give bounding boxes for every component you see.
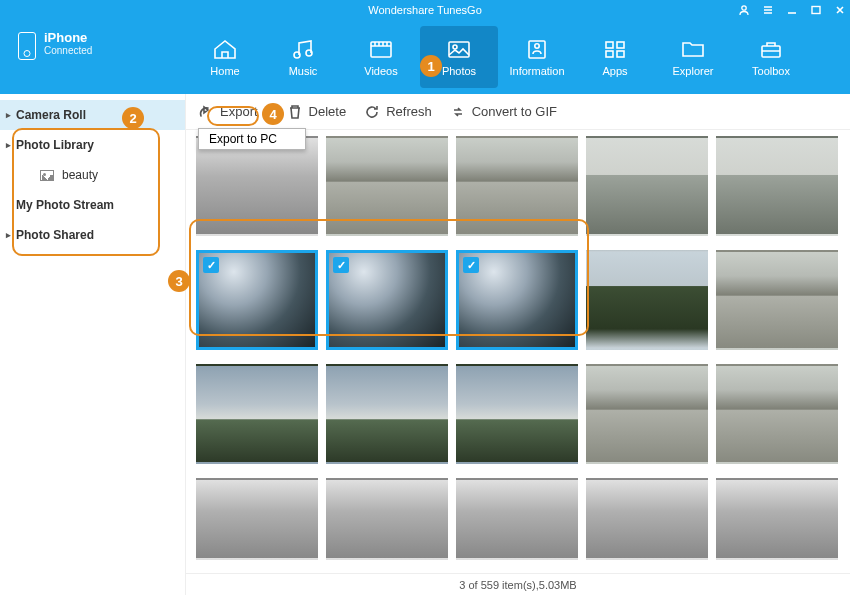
svg-rect-1: [812, 7, 820, 14]
sidebar-item-photo-library[interactable]: Photo Library: [0, 130, 185, 160]
photo-thumb[interactable]: [456, 136, 578, 236]
videos-icon: [367, 37, 395, 61]
export-button[interactable]: Export ▾: [198, 104, 269, 120]
photo-grid: [190, 134, 850, 573]
sidebar-item-label: beauty: [62, 168, 98, 182]
svg-rect-4: [371, 42, 391, 57]
nav-home[interactable]: Home: [186, 20, 264, 94]
device-status: Connected: [44, 45, 92, 56]
window-controls: [738, 0, 846, 20]
explorer-icon: [679, 37, 707, 61]
toolbar-label: Delete: [309, 104, 347, 119]
checkmark-icon: [203, 257, 219, 273]
sidebar-item-label: Camera Roll: [16, 108, 86, 122]
svg-point-6: [453, 45, 457, 49]
nav-information[interactable]: Information: [498, 20, 576, 94]
menu-icon[interactable]: [762, 4, 774, 16]
photo-thumb[interactable]: [326, 250, 448, 350]
photo-thumb[interactable]: [456, 478, 578, 560]
photo-thumb[interactable]: [326, 136, 448, 236]
convert-icon: [450, 104, 466, 120]
photo-thumb[interactable]: [716, 250, 838, 350]
export-dropdown: Export to PC: [198, 128, 306, 150]
photo-thumb[interactable]: [456, 250, 578, 350]
svg-rect-9: [606, 42, 613, 48]
checkmark-icon: [333, 257, 349, 273]
main-nav: Home Music Videos Photos Information App…: [186, 20, 850, 94]
nav-videos[interactable]: Videos: [342, 20, 420, 94]
svg-rect-5: [449, 42, 469, 57]
nav-explorer[interactable]: Explorer: [654, 20, 732, 94]
toolbox-icon: [757, 37, 785, 61]
image-icon: [40, 170, 54, 181]
music-icon: [289, 37, 317, 61]
export-icon: [198, 104, 214, 120]
device-box[interactable]: iPhone Connected: [0, 20, 186, 94]
title-bar: Wondershare TunesGo: [0, 0, 850, 20]
device-name: iPhone: [44, 30, 92, 45]
callout-3: 3: [168, 270, 190, 292]
refresh-button[interactable]: Refresh: [364, 104, 432, 120]
app-title: Wondershare TunesGo: [368, 4, 482, 16]
checkmark-icon: [463, 257, 479, 273]
nav-music[interactable]: Music: [264, 20, 342, 94]
information-icon: [523, 37, 551, 61]
photo-thumb[interactable]: [716, 136, 838, 236]
status-text: 3 of 559 item(s),5.03MB: [459, 579, 576, 591]
sidebar-item-my-photo-stream[interactable]: My Photo Stream: [0, 190, 185, 220]
toolbar: Export ▾ Delete Refresh Convert to GIF: [186, 94, 850, 130]
photo-thumb[interactable]: [716, 478, 838, 560]
phone-icon: [18, 32, 36, 60]
photo-thumb[interactable]: [586, 364, 708, 464]
svg-rect-11: [606, 51, 613, 57]
toolbar-label: Convert to GIF: [472, 104, 557, 119]
photo-thumb[interactable]: [586, 478, 708, 560]
toolbar-label: Export: [220, 104, 258, 119]
photo-thumb[interactable]: [586, 250, 708, 350]
sidebar-item-photo-shared[interactable]: Photo Shared: [0, 220, 185, 250]
photo-thumb[interactable]: [716, 364, 838, 464]
svg-point-8: [535, 44, 539, 48]
photo-thumb[interactable]: [196, 478, 318, 560]
delete-button[interactable]: Delete: [287, 104, 347, 120]
callout-4: 4: [262, 103, 284, 125]
callout-1: 1: [420, 55, 442, 77]
photo-thumb[interactable]: [196, 136, 318, 236]
trash-icon: [287, 104, 303, 120]
refresh-icon: [364, 104, 380, 120]
toolbar-label: Refresh: [386, 104, 432, 119]
photo-thumb[interactable]: [326, 364, 448, 464]
svg-rect-10: [617, 42, 624, 48]
sidebar-item-beauty[interactable]: beauty: [0, 160, 185, 190]
photo-grid-wrap: [186, 130, 850, 573]
sidebar: Camera Roll Photo Library beauty My Phot…: [0, 94, 186, 595]
sidebar-item-label: Photo Shared: [16, 228, 94, 242]
nav-apps[interactable]: Apps: [576, 20, 654, 94]
home-icon: [211, 37, 239, 61]
photo-thumb[interactable]: [196, 250, 318, 350]
photo-thumb[interactable]: [326, 478, 448, 560]
callout-2: 2: [122, 107, 144, 129]
svg-rect-12: [617, 51, 624, 57]
status-bar: 3 of 559 item(s),5.03MB: [186, 573, 850, 595]
photo-thumb[interactable]: [196, 364, 318, 464]
user-icon[interactable]: [738, 4, 750, 16]
content-area: Export ▾ Delete Refresh Convert to GIF: [186, 94, 850, 595]
convert-gif-button[interactable]: Convert to GIF: [450, 104, 557, 120]
sidebar-item-label: Photo Library: [16, 138, 94, 152]
nav-toolbox[interactable]: Toolbox: [732, 20, 810, 94]
sidebar-item-camera-roll[interactable]: Camera Roll: [0, 100, 185, 130]
sidebar-item-label: My Photo Stream: [16, 198, 114, 212]
maximize-icon[interactable]: [810, 4, 822, 16]
close-icon[interactable]: [834, 4, 846, 16]
photos-icon: [445, 37, 473, 61]
svg-point-0: [742, 6, 746, 10]
apps-icon: [601, 37, 629, 61]
minimize-icon[interactable]: [786, 4, 798, 16]
photo-thumb[interactable]: [586, 136, 708, 236]
export-to-pc-item[interactable]: Export to PC: [199, 129, 305, 149]
photo-thumb[interactable]: [456, 364, 578, 464]
